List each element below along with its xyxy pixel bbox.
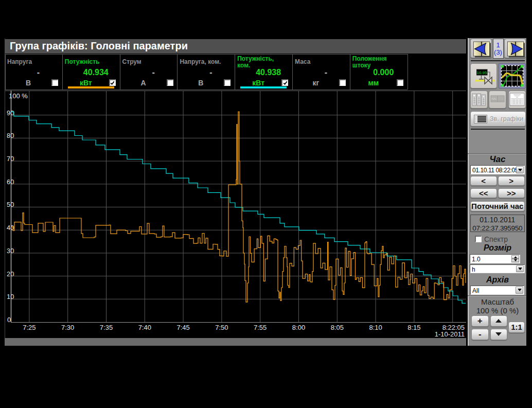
svg-text:10: 10 [7,293,14,300]
svg-text:50: 50 [7,201,14,208]
svg-text:7:25: 7:25 [23,324,36,331]
svg-text:20: 20 [7,270,14,278]
svg-text:8:15: 8:15 [407,324,420,331]
svg-text:100 %: 100 % [9,92,28,100]
svg-text:7:40: 7:40 [138,324,151,331]
svg-text:8:05: 8:05 [331,324,344,331]
svg-text:7:45: 7:45 [176,324,189,331]
svg-text:30: 30 [7,247,14,255]
svg-text:1-10-2011: 1-10-2011 [435,330,465,338]
svg-text:8:10: 8:10 [369,324,382,331]
svg-text:7:55: 7:55 [254,324,267,331]
svg-text:7:30: 7:30 [61,324,74,331]
svg-text:10.95: 10.95 [476,70,487,75]
svg-text:60: 60 [7,178,14,186]
svg-text:70: 70 [7,155,14,163]
svg-text:80: 80 [7,132,14,139]
svg-text:7:35: 7:35 [100,324,113,331]
svg-text:0: 0 [7,316,11,324]
svg-text:90: 90 [7,109,14,117]
svg-text:7:50: 7:50 [215,324,228,331]
svg-text:8:00: 8:00 [292,324,305,331]
